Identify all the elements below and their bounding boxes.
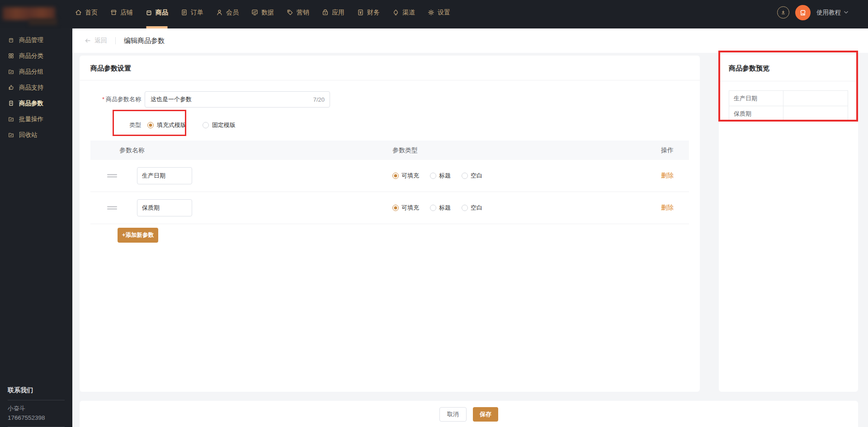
sidebar-item-goods-params[interactable]: 商品参数 [0,95,72,111]
app-icon [321,9,329,16]
cancel-button[interactable]: 取消 [439,407,467,422]
add-param-button[interactable]: +添加新参数 [118,228,158,243]
nav-label: 数据 [261,9,274,17]
nav-label: 店铺 [120,9,133,17]
nav-item-members[interactable]: 会员 [216,0,239,28]
radio-unselected-icon[interactable] [462,173,468,179]
sidebar-item-goods-support[interactable]: 商品支持 [0,80,72,95]
required-asterisk: * [102,96,104,103]
preview-table: 生产日期 保质期 [729,90,848,121]
radio-fillable[interactable]: 可填充 [392,204,419,212]
folder-icon [8,68,14,75]
radio-title[interactable]: 标题 [430,204,451,212]
radio-unselected-icon[interactable] [430,173,436,179]
goods-icon [145,9,153,16]
nav-label: 订单 [191,9,203,17]
radio-fillable[interactable]: 可填充 [392,172,419,180]
sidebar: 商品管理 商品分类 商品分组 商品支持 商品参数 批量操作 [0,28,72,427]
radio-unselected-icon[interactable] [203,122,209,128]
nav-item-marketing[interactable]: 营销 [286,0,309,28]
avatar[interactable] [795,5,811,20]
nav-item-apps[interactable]: 应用 [321,0,344,28]
radio-blank[interactable]: 空白 [462,204,482,212]
preview-title: 商品参数预览 [719,54,858,81]
delete-link[interactable]: 删除 [661,172,674,180]
grid-icon [8,52,14,59]
param-settings-card: 商品参数设置 *商品参数名称 7/20 类型 填充式模版 固定模版 [80,56,700,392]
save-button[interactable]: 保存 [473,407,498,422]
sidebar-item-label: 商品分组 [19,68,43,76]
radio-fill-template[interactable]: 填充式模版 [147,121,186,129]
radio-label: 标题 [439,204,451,212]
sidebar-item-label: 商品参数 [19,99,43,108]
type-row: 类型 填充式模版 固定模版 [80,117,700,133]
preview-value [783,91,848,106]
thumbs-up-icon [8,84,14,91]
breadcrumb: 返回 编辑商品参数 [72,28,868,53]
param-preview-card: 商品参数预览 生产日期 保质期 [719,54,858,392]
param-name-label: *商品参数名称 [80,95,141,103]
chevron-down-icon [843,9,849,15]
drag-handle-icon[interactable] [107,173,117,179]
table-row: 可填充 标题 空白 删除 [90,192,689,224]
contact-section: 联系我们 小奋斗 17667552398 [8,386,65,427]
row-name-input[interactable] [137,167,192,184]
row-type-radios: 可填充 标题 空白 [392,204,482,212]
radio-selected-icon[interactable] [392,173,399,179]
sidebar-item-goods-group[interactable]: 商品分组 [0,64,72,80]
radio-label: 标题 [439,172,451,180]
sidebar-item-goods-category[interactable]: 商品分类 [0,48,72,64]
tutorial-label: 使用教程 [816,9,841,17]
preview-row: 生产日期 [729,91,848,106]
sidebar-item-goods-management[interactable]: 商品管理 [0,32,72,48]
data-icon [251,9,259,16]
nav-item-data[interactable]: 数据 [251,0,274,28]
radio-unselected-icon[interactable] [462,205,468,211]
contact-name: 小奋斗 [8,404,65,413]
type-label: 类型 [80,121,141,129]
delete-link[interactable]: 删除 [661,204,674,212]
card-title: 商品参数设置 [80,56,700,80]
nav-item-orders[interactable]: 订单 [180,0,203,28]
nav-label: 会员 [226,9,239,17]
radio-title[interactable]: 标题 [430,172,451,180]
sidebar-item-recycle-bin[interactable]: 回收站 [0,127,72,143]
nav-item-home[interactable]: 首页 [75,0,98,28]
shopfront-icon [799,9,807,17]
param-name-input-wrap: 7/20 [145,91,330,108]
nav-item-shop[interactable]: 店铺 [110,0,133,28]
contact-title: 联系我们 [8,386,65,394]
nav-label: 首页 [85,9,98,17]
nav-item-channels[interactable]: 渠道 [392,0,415,28]
member-icon [216,9,223,16]
footer-action-bar: 取消 保存 [80,401,858,427]
row-name-input[interactable] [137,199,192,216]
row-type-radios: 可填充 标题 空白 [392,172,482,180]
radio-selected-icon[interactable] [147,122,154,128]
top-nav-right: 使用教程 [777,0,849,25]
param-name-input[interactable] [145,91,330,108]
download-button[interactable] [777,6,789,19]
nav-label: 商品 [156,9,168,17]
nav-item-goods[interactable]: 商品 [145,0,168,28]
preview-value [783,106,848,121]
sidebar-item-batch-operations[interactable]: 批量操作 [0,111,72,127]
nav-item-finance[interactable]: 财务 [357,0,380,28]
nav-label: 设置 [438,9,450,17]
type-options: 填充式模版 固定模版 [147,121,236,129]
nav-label: 财务 [367,9,380,17]
radio-selected-icon[interactable] [392,205,399,211]
radio-blank[interactable]: 空白 [462,172,482,180]
tutorial-menu[interactable]: 使用教程 [816,9,849,17]
nav-item-settings[interactable]: 设置 [427,0,450,28]
radio-fixed-template[interactable]: 固定模版 [203,121,236,129]
arrow-left-icon [84,37,91,44]
param-name-row: *商品参数名称 7/20 [80,91,700,108]
radio-unselected-icon[interactable] [430,205,436,211]
col-header-operation: 操作 [661,146,674,155]
sidebar-item-label: 商品管理 [19,36,43,44]
drag-handle-icon[interactable] [107,205,117,211]
radio-label: 可填充 [401,204,419,212]
divider [8,400,65,400]
back-button[interactable]: 返回 [84,37,107,45]
